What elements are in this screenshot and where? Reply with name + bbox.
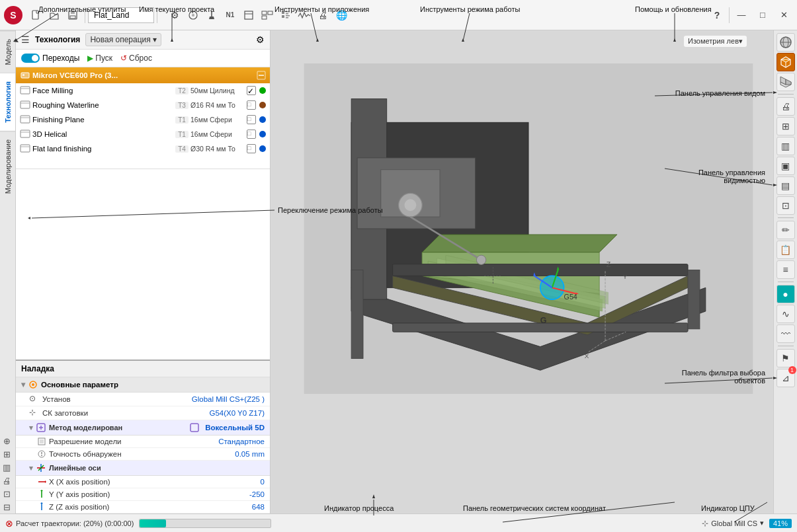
tool-cam-btn[interactable]: [185, 7, 202, 24]
error-icon: ⊗: [5, 518, 13, 529]
separator-1: [85, 7, 85, 23]
op-tool-2: 16мм Сфери: [190, 116, 243, 124]
tree-item-1[interactable]: Roughing Waterline T3 Ø16 R4 мм То □: [16, 98, 270, 112]
close-button[interactable]: ✕: [775, 6, 793, 24]
rs-globe-btn[interactable]: [776, 33, 795, 52]
side-tab-tech[interactable]: Технология: [0, 73, 15, 131]
method-group-header[interactable]: ▾ Метод моделирован Воксельный 5D: [16, 420, 270, 436]
rs-sep-3: [778, 282, 794, 282]
rs-filter1-btn[interactable]: ▣: [776, 157, 795, 175]
rs-layer-btn[interactable]: ▥: [776, 137, 795, 155]
new-file-button[interactable]: [27, 7, 44, 24]
y-row[interactable]: Y (Y axis position) -250: [16, 488, 270, 501]
op-check-0[interactable]: ✓: [247, 86, 256, 95]
tool-globe-btn[interactable]: 🌐: [333, 7, 350, 24]
rs-dot-btn[interactable]: ●: [776, 285, 795, 303]
tool-mill-btn[interactable]: [203, 7, 220, 24]
svg-rect-15: [286, 15, 290, 17]
x-value: 0: [261, 478, 265, 486]
coord-chevron[interactable]: ▾: [760, 519, 764, 527]
resolution-row[interactable]: Разрешение модели Стандартное: [16, 436, 270, 448]
side-tab-modeling[interactable]: Моделирование: [0, 131, 15, 202]
save-button[interactable]: [64, 7, 81, 24]
body-area: Модель Технология Моделирование ⊕ ⊞ ▥ 🖨 …: [0, 30, 797, 513]
tool-n1-btn[interactable]: N1: [222, 7, 239, 24]
z-row[interactable]: Z (Z axis position) 648: [16, 501, 270, 513]
rs-flag-btn[interactable]: ⚑: [776, 349, 795, 367]
svg-rect-25: [21, 116, 30, 123]
rs-grid-btn[interactable]: ⊞: [776, 117, 795, 135]
op-name-1: Roughing Waterline: [32, 101, 173, 109]
rs-filter3-btn[interactable]: ⊡: [776, 196, 795, 215]
tree-item-2[interactable]: Finishing Plane T1 16мм Сфери □: [16, 112, 270, 127]
tree-item-3[interactable]: 3D Helical T1 16мм Сфери □: [16, 127, 270, 141]
svg-rect-18: [22, 74, 24, 76]
tree-item-4[interactable]: Flat land finishing T4 Ø30 R4 мм То □: [16, 141, 270, 156]
rs-clipboard-btn[interactable]: 📋: [776, 241, 795, 259]
project-name[interactable]: Flat_Land: [88, 7, 154, 23]
rs-edit-btn[interactable]: ✏: [776, 221, 795, 239]
start-button[interactable]: ▶ Пуск: [87, 54, 112, 63]
side-tabs: Модель Технология Моделирование ⊕ ⊞ ▥ 🖨 …: [0, 30, 16, 513]
op-tool-4: Ø30 R4 мм То: [190, 145, 243, 153]
tool-wave-btn[interactable]: [296, 7, 313, 24]
rs-wave-btn[interactable]: ∿: [776, 305, 795, 323]
side-icon-square[interactable]: ⊡: [0, 487, 13, 500]
main-params-header[interactable]: ▾ Основные параметр: [16, 377, 270, 393]
accuracy-row[interactable]: Точность обнаружен 0.05 mm: [16, 448, 270, 461]
linear-axes-header[interactable]: ▾ Линейные оси: [16, 461, 270, 476]
svg-point-41: [41, 455, 42, 456]
separator-3: [729, 7, 730, 23]
rs-iso-btn[interactable]: [776, 73, 795, 91]
new-operation-button[interactable]: Новая операция ▾: [85, 33, 161, 46]
transitions-toggle[interactable]: Переходы: [21, 54, 79, 63]
viewport[interactable]: Изометрия лев▾: [271, 30, 773, 513]
rs-badge-container: ⊿ 1: [776, 369, 795, 387]
tool-multi-btn[interactable]: [259, 7, 276, 24]
side-tab-model[interactable]: Модель: [0, 30, 15, 73]
rs-wave2-btn[interactable]: 〰: [776, 324, 795, 343]
side-icon-stack[interactable]: ⊟: [0, 500, 13, 513]
reset-button[interactable]: ↺ Сброс: [120, 54, 152, 63]
op-check-1[interactable]: □: [247, 100, 256, 110]
help-button[interactable]: ?: [708, 7, 726, 24]
sk-row[interactable]: ⊹ СК заготовки G54(X0 Y0 Z17): [16, 406, 270, 420]
hamburger-icon[interactable]: ☰: [21, 34, 30, 45]
op-dot-4: [259, 145, 266, 152]
op-check-2[interactable]: □: [247, 115, 256, 124]
maximize-button[interactable]: □: [753, 6, 772, 24]
tool-print-btn[interactable]: 🖨: [314, 7, 331, 24]
side-icon-layers[interactable]: ▥: [0, 461, 13, 474]
side-icon-print[interactable]: 🖨: [0, 474, 13, 487]
ustanovka-row[interactable]: ⊙ Установ Global Mill CS+(Z25 ): [16, 393, 270, 406]
rs-print-btn[interactable]: 🖨: [776, 97, 795, 116]
tree-panel: Mikron VCE600 Pro (3... Face Milling T2 …: [16, 67, 270, 360]
op-name-4: Flat land finishing: [32, 145, 173, 153]
app-container: S Flat_Land ⚙ N1: [0, 0, 797, 532]
rs-lines-btn[interactable]: ≡: [776, 260, 795, 279]
settings-icon[interactable]: ⚙: [256, 34, 265, 45]
op-tag-1: T3: [175, 102, 189, 109]
open-file-button[interactable]: [46, 7, 63, 24]
tool-list-btn[interactable]: [277, 7, 294, 24]
tool-frame-btn[interactable]: [240, 7, 257, 24]
tool-settings-btn[interactable]: ⚙: [166, 7, 183, 24]
op-check-4[interactable]: □: [247, 144, 256, 153]
status-error-text: Расчет траектории: (20%) (0:00:00): [16, 519, 134, 527]
op-dot-3: [259, 131, 266, 137]
machine-header[interactable]: Mikron VCE600 Pro (3...: [16, 67, 270, 83]
rs-cube-btn[interactable]: [776, 53, 795, 71]
rs-filter2-btn[interactable]: ▤: [776, 176, 795, 195]
svg-point-5: [192, 14, 194, 17]
x-row[interactable]: X (X axis position) 0: [16, 476, 270, 488]
y-value: -250: [249, 490, 265, 498]
minimize-button[interactable]: —: [732, 6, 751, 24]
side-icon-plus[interactable]: ⊕: [0, 434, 13, 447]
svg-marker-46: [45, 480, 46, 483]
op-check-3[interactable]: □: [247, 130, 256, 139]
operation-icon-1: [20, 100, 30, 110]
op-name-3: 3D Helical: [32, 130, 173, 138]
iso-dropdown[interactable]: Изометрия лев▾: [684, 36, 747, 47]
side-icon-grid[interactable]: ⊞: [0, 447, 13, 461]
tree-item-0[interactable]: Face Milling T2 50мм Цилинд ✓: [16, 83, 270, 98]
